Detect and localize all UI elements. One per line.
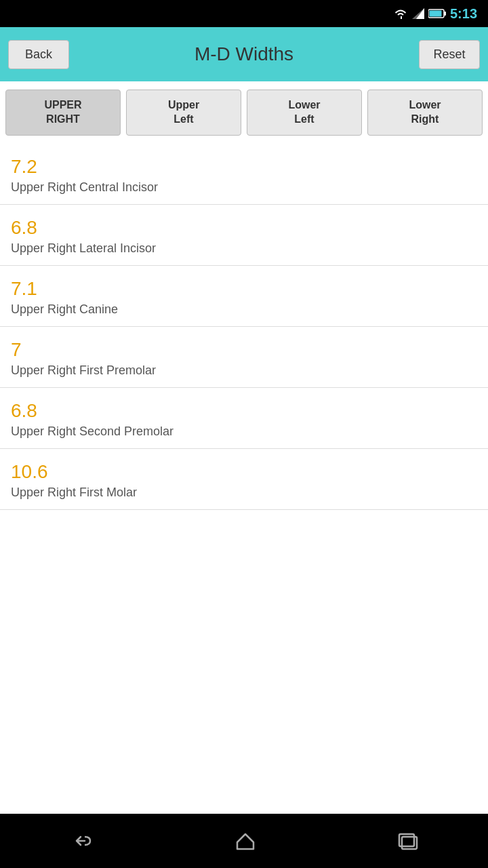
- svg-rect-3: [444, 12, 446, 16]
- list-item-value: 6.8: [11, 400, 477, 422]
- tab-lower-right[interactable]: LowerRight: [367, 90, 483, 136]
- content-list: 7.2Upper Right Central Incisor6.8Upper R…: [0, 144, 488, 814]
- tab-upper-left[interactable]: UpperLeft: [126, 90, 241, 136]
- list-item[interactable]: 6.8Upper Right Second Premolar: [0, 388, 488, 449]
- tab-upper-right[interactable]: UPPERRIGHT: [5, 90, 121, 136]
- nav-home-icon[interactable]: [235, 831, 256, 850]
- reset-button[interactable]: Reset: [419, 40, 480, 69]
- list-item-label: Upper Right Lateral Incisor: [11, 241, 477, 256]
- list-item-value: 7.2: [11, 156, 477, 178]
- signal-icon: [412, 8, 424, 19]
- list-item[interactable]: 10.6Upper Right First Molar: [0, 449, 488, 510]
- list-item[interactable]: 7Upper Right First Premolar: [0, 327, 488, 388]
- status-bar: 5:13: [0, 0, 488, 27]
- list-item-label: Upper Right Canine: [11, 302, 477, 317]
- wifi-icon: [393, 8, 408, 19]
- list-item-label: Upper Right Second Premolar: [11, 425, 477, 439]
- page-title: M-D Widths: [195, 43, 293, 65]
- tab-lower-left[interactable]: LowerLeft: [247, 90, 362, 136]
- list-item[interactable]: 7.1Upper Right Canine: [0, 266, 488, 327]
- list-item[interactable]: 7.2Upper Right Central Incisor: [0, 144, 488, 205]
- svg-rect-4: [429, 11, 441, 17]
- list-item-value: 7: [11, 339, 477, 361]
- list-item-label: Upper Right Central Incisor: [11, 180, 477, 195]
- list-item-label: Upper Right First Premolar: [11, 363, 477, 378]
- tab-bar: UPPERRIGHT UpperLeft LowerLeft LowerRigh…: [0, 81, 488, 144]
- list-item-value: 6.8: [11, 217, 477, 239]
- list-item[interactable]: 6.8Upper Right Lateral Incisor: [0, 205, 488, 266]
- header: Back M-D Widths Reset: [0, 27, 488, 81]
- status-icons: 5:13: [393, 6, 477, 22]
- nav-recents-icon[interactable]: [396, 831, 418, 850]
- nav-back-icon[interactable]: [70, 831, 94, 850]
- list-item-label: Upper Right First Molar: [11, 486, 477, 500]
- status-time: 5:13: [450, 6, 477, 22]
- list-item-value: 7.1: [11, 278, 477, 300]
- battery-icon: [428, 9, 446, 18]
- nav-bar: [0, 814, 488, 868]
- back-button[interactable]: Back: [8, 40, 69, 69]
- list-item-value: 10.6: [11, 461, 477, 483]
